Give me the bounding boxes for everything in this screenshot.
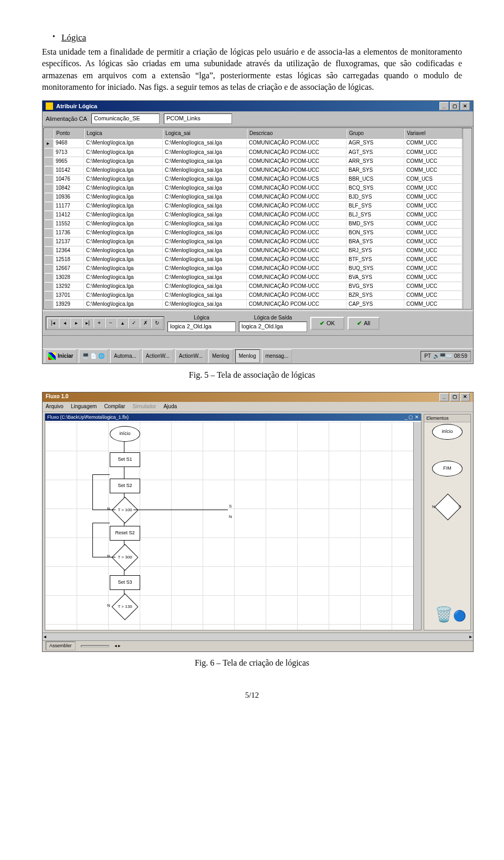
cell-variavel[interactable]: COMM_UCC bbox=[404, 264, 462, 273]
ok-button[interactable]: ✔ OK bbox=[310, 317, 344, 330]
menu-simulador[interactable]: Simulador bbox=[132, 403, 156, 410]
titlebar[interactable]: Fluxo 1.0 _ ▢ ✕ bbox=[43, 392, 473, 402]
close-button[interactable]: ✕ bbox=[460, 102, 470, 110]
row-handle[interactable] bbox=[44, 229, 54, 237]
cell-grupo[interactable]: ARR_SYS bbox=[346, 157, 404, 166]
cell-ponto[interactable]: 10142 bbox=[54, 166, 84, 175]
cell-grupo[interactable]: BVG_SYS bbox=[346, 282, 404, 291]
cell-variavel[interactable]: COMM_UCC bbox=[404, 220, 462, 229]
taskbar-item[interactable]: Menlog bbox=[235, 349, 260, 363]
cell-descricao[interactable]: COMUNICAÇÃO PCOM-UCC bbox=[247, 139, 346, 148]
table-row[interactable]: 13701C:\Menlog\logica.lgaC:\Menlog\logic… bbox=[44, 291, 463, 300]
nav-button[interactable]: ✓ bbox=[128, 318, 140, 328]
cell-ponto[interactable]: 13929 bbox=[54, 300, 84, 309]
cell-logica_sai[interactable]: C:\Menlog\logica_sai.lga bbox=[163, 255, 247, 264]
cell-logica[interactable]: C:\Menlog\logica.lga bbox=[84, 166, 163, 175]
cell-logica_sai[interactable]: C:\Menlog\logica_sai.lga bbox=[163, 237, 247, 246]
table-row[interactable]: 12518C:\Menlog\logica.lgaC:\Menlog\logic… bbox=[44, 255, 463, 264]
nav-button[interactable]: + bbox=[93, 318, 105, 328]
cell-logica_sai[interactable]: C:\Menlog\logica_sai.lga bbox=[163, 175, 247, 184]
table-row[interactable]: 12137C:\Menlog\logica.lgaC:\Menlog\logic… bbox=[44, 237, 463, 246]
menu-ajuda[interactable]: Ajuda bbox=[163, 403, 177, 410]
trash-icon[interactable]: 🗑️🔵 bbox=[435, 604, 466, 625]
nav-button[interactable]: − bbox=[105, 318, 117, 328]
taskbar-item[interactable]: ActionW... bbox=[142, 349, 173, 363]
quicklaunch[interactable]: 🖥️ 📄 🌐 bbox=[79, 349, 108, 363]
nav-button[interactable]: ◂ bbox=[59, 318, 70, 328]
cell-grupo[interactable]: BMD_SYS bbox=[346, 220, 404, 229]
row-handle[interactable] bbox=[44, 237, 54, 246]
taskbar-item[interactable]: ActionW... bbox=[175, 349, 206, 363]
cell-logica_sai[interactable]: C:\Menlog\logica_sai.lga bbox=[163, 273, 247, 282]
cell-descricao[interactable]: COMUNICAÇÃO PCOM-UCC bbox=[247, 282, 346, 291]
cell-logica_sai[interactable]: C:\Menlog\logica_sai.lga bbox=[163, 229, 247, 237]
row-handle[interactable] bbox=[44, 264, 54, 273]
table-row[interactable]: 11736C:\Menlog\logica.lgaC:\Menlog\logic… bbox=[44, 229, 463, 237]
cell-descricao[interactable]: COMUNICAÇÃO PCOM-UCC bbox=[247, 166, 346, 175]
row-handle[interactable] bbox=[44, 300, 54, 309]
cell-logica[interactable]: C:\Menlog\logica.lga bbox=[84, 273, 163, 282]
menu-arquivo[interactable]: Arquivo bbox=[46, 403, 64, 410]
node-decision-t130[interactable]: T > 130 bbox=[112, 593, 139, 620]
cell-descricao[interactable]: COMUNICAÇÃO PCOM-UCC bbox=[247, 220, 346, 229]
cell-variavel[interactable]: COMM_UCC bbox=[404, 139, 462, 148]
cell-logica_sai[interactable]: C:\Menlog\logica_sai.lga bbox=[163, 184, 247, 193]
cell-logica[interactable]: C:\Menlog\logica.lga bbox=[84, 237, 163, 246]
cell-grupo[interactable]: BJD_SYS bbox=[346, 193, 404, 202]
row-handle[interactable] bbox=[44, 246, 54, 255]
cell-descricao[interactable]: COMUNICAÇÃO PCOM-UCC bbox=[247, 291, 346, 300]
cell-variavel[interactable]: COMM_UCC bbox=[404, 148, 462, 157]
taskbar-item[interactable]: Automa... bbox=[110, 349, 140, 363]
cell-logica_sai[interactable]: C:\Menlog\logica_sai.lga bbox=[163, 211, 247, 220]
cell-variavel[interactable]: COMM_UCC bbox=[404, 273, 462, 282]
cell-ponto[interactable]: 13028 bbox=[54, 273, 84, 282]
close-button[interactable]: ✕ bbox=[460, 393, 470, 401]
cell-logica[interactable]: C:\Menlog\logica.lga bbox=[84, 193, 163, 202]
cell-variavel[interactable]: COMM_UCC bbox=[404, 157, 462, 166]
cell-grupo[interactable]: BBR_UCS bbox=[346, 175, 404, 184]
table-row[interactable]: 13028C:\Menlog\logica.lgaC:\Menlog\logic… bbox=[44, 273, 463, 282]
cell-grupo[interactable]: BRJ_SYS bbox=[346, 246, 404, 255]
cell-grupo[interactable]: BRA_SYS bbox=[346, 237, 404, 246]
document-titlebar[interactable]: Fluxo (C:\BackUp\Remota\logica_1.flx) _ … bbox=[45, 413, 421, 421]
cell-variavel[interactable]: COMM_UCC bbox=[404, 282, 462, 291]
cell-logica_sai[interactable]: C:\Menlog\logica_sai.lga bbox=[163, 157, 247, 166]
cell-logica_sai[interactable]: C:\Menlog\logica_sai.lga bbox=[163, 193, 247, 202]
cell-ponto[interactable]: 10842 bbox=[54, 184, 84, 193]
table-row[interactable]: 9713C:\Menlog\logica.lgaC:\Menlog\logica… bbox=[44, 148, 463, 157]
cell-grupo[interactable]: BLF_SYS bbox=[346, 202, 404, 211]
row-handle[interactable] bbox=[44, 184, 54, 193]
palette-decision[interactable] bbox=[435, 493, 461, 520]
logica-input[interactable]: logica 2_Old.lga bbox=[167, 322, 236, 332]
cell-logica[interactable]: C:\Menlog\logica.lga bbox=[84, 255, 163, 264]
cell-variavel[interactable]: COMM_UCC bbox=[404, 300, 462, 309]
cell-descricao[interactable]: COMUNICAÇÃO PCOM-UCC bbox=[247, 184, 346, 193]
cell-variavel[interactable]: COMM_UCC bbox=[404, 184, 462, 193]
cell-logica_sai[interactable]: C:\Menlog\logica_sai.lga bbox=[163, 148, 247, 157]
cell-ponto[interactable]: 9965 bbox=[54, 157, 84, 166]
cell-ponto[interactable]: 9468 bbox=[54, 139, 84, 148]
maximize-button[interactable]: ▢ bbox=[450, 393, 459, 401]
cell-logica[interactable]: C:\Menlog\logica.lga bbox=[84, 282, 163, 291]
cell-logica_sai[interactable]: C:\Menlog\logica_sai.lga bbox=[163, 246, 247, 255]
table-row[interactable]: 11412C:\Menlog\logica.lgaC:\Menlog\logic… bbox=[44, 211, 463, 220]
cell-variavel[interactable]: COMM_UCC bbox=[404, 211, 462, 220]
row-handle[interactable]: ▸ bbox=[44, 139, 54, 148]
cell-ponto[interactable]: 10936 bbox=[54, 193, 84, 202]
cell-grupo[interactable]: BON_SYS bbox=[346, 229, 404, 237]
cell-logica_sai[interactable]: C:\Menlog\logica_sai.lga bbox=[163, 166, 247, 175]
table-row[interactable]: 12667C:\Menlog\logica.lgaC:\Menlog\logic… bbox=[44, 264, 463, 273]
grid-vertical-scrollbar[interactable] bbox=[463, 128, 471, 309]
cell-descricao[interactable]: COMUNICAÇÃO PCOM-UCC bbox=[247, 148, 346, 157]
minimize-button[interactable]: _ bbox=[439, 393, 449, 401]
cell-variavel[interactable]: COMM_UCC bbox=[404, 291, 462, 300]
node-inicio[interactable]: início bbox=[110, 426, 140, 442]
cell-logica[interactable]: C:\Menlog\logica.lga bbox=[84, 202, 163, 211]
col-logica-sai[interactable]: Logica_sai bbox=[163, 128, 247, 139]
cell-descricao[interactable]: COMUNICAÇÃO PCOM-UCC bbox=[247, 264, 346, 273]
cell-variavel[interactable]: COMM_UCC bbox=[404, 166, 462, 175]
cell-ponto[interactable]: 12518 bbox=[54, 255, 84, 264]
cell-variavel[interactable]: COMM_UCC bbox=[404, 202, 462, 211]
flow-horizontal-scrollbar[interactable]: ◂▸ bbox=[43, 633, 473, 640]
cell-logica_sai[interactable]: C:\Menlog\logica_sai.lga bbox=[163, 220, 247, 229]
